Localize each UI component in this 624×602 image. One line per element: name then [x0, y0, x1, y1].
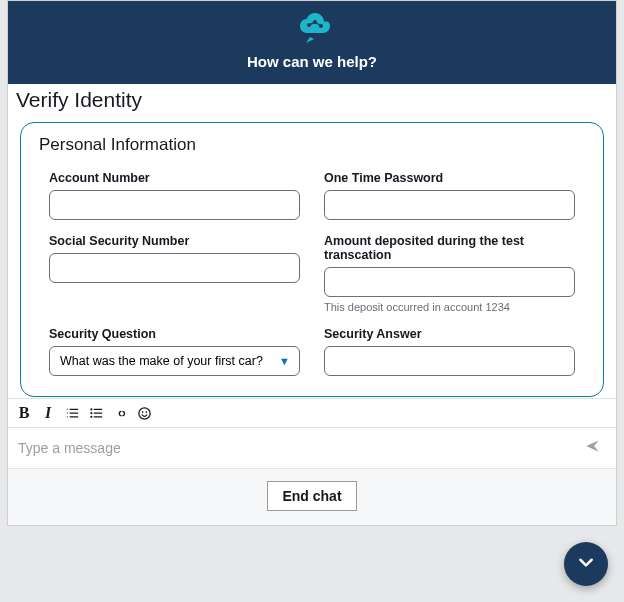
emoji-icon[interactable] — [134, 403, 154, 423]
security-answer-label: Security Answer — [324, 327, 575, 341]
chat-body-scroll[interactable]: Verify Identity Personal Information Acc… — [8, 84, 616, 398]
bold-icon[interactable]: B — [14, 403, 34, 423]
svg-point-5 — [90, 415, 92, 417]
cloud-chat-icon — [288, 9, 336, 49]
ordered-list-icon[interactable] — [62, 403, 82, 423]
chevron-down-icon — [577, 553, 595, 575]
end-chat-button[interactable]: End chat — [267, 481, 356, 511]
account-number-input[interactable] — [49, 190, 300, 220]
compose-toolbar: B I — [8, 398, 616, 428]
chat-header: How can we help? — [8, 1, 616, 84]
field-otp: One Time Password — [324, 171, 575, 220]
chat-footer: End chat — [8, 468, 616, 525]
security-question-label: Security Question — [49, 327, 300, 341]
link-icon[interactable] — [110, 403, 130, 423]
chat-window: How can we help? Verify Identity Persona… — [7, 0, 617, 526]
security-question-selected: What was the make of your first car? — [60, 354, 263, 368]
security-answer-input[interactable] — [324, 346, 575, 376]
svg-point-4 — [90, 412, 92, 414]
page-title: Verify Identity — [8, 84, 616, 122]
personal-info-panel: Personal Information Account Number One … — [20, 122, 604, 397]
ssn-label: Social Security Number — [49, 234, 300, 248]
header-title: How can we help? — [8, 53, 616, 70]
minimize-chat-button[interactable] — [564, 542, 608, 586]
panel-title: Personal Information — [39, 135, 585, 155]
svg-point-8 — [145, 411, 147, 413]
svg-point-7 — [141, 411, 143, 413]
ssn-input[interactable] — [49, 253, 300, 283]
compose-row — [8, 428, 616, 468]
field-deposit: Amount deposited during the test transca… — [324, 234, 575, 313]
italic-icon[interactable]: I — [38, 403, 58, 423]
unordered-list-icon[interactable] — [86, 403, 106, 423]
svg-point-3 — [90, 408, 92, 410]
account-number-label: Account Number — [49, 171, 300, 185]
message-input[interactable] — [18, 436, 580, 460]
field-security-answer: Security Answer — [324, 327, 575, 376]
security-question-select[interactable]: What was the make of your first car? — [49, 346, 300, 376]
send-icon[interactable] — [580, 437, 606, 460]
deposit-label: Amount deposited during the test transca… — [324, 234, 575, 262]
field-security-question: Security Question What was the make of y… — [49, 327, 300, 376]
otp-input[interactable] — [324, 190, 575, 220]
form-grid: Account Number One Time Password Social … — [39, 171, 585, 376]
field-ssn: Social Security Number — [49, 234, 300, 313]
otp-label: One Time Password — [324, 171, 575, 185]
deposit-input[interactable] — [324, 267, 575, 297]
deposit-helper-text: This deposit occurred in account 1234 — [324, 301, 575, 313]
svg-point-6 — [138, 407, 149, 418]
field-account-number: Account Number — [49, 171, 300, 220]
